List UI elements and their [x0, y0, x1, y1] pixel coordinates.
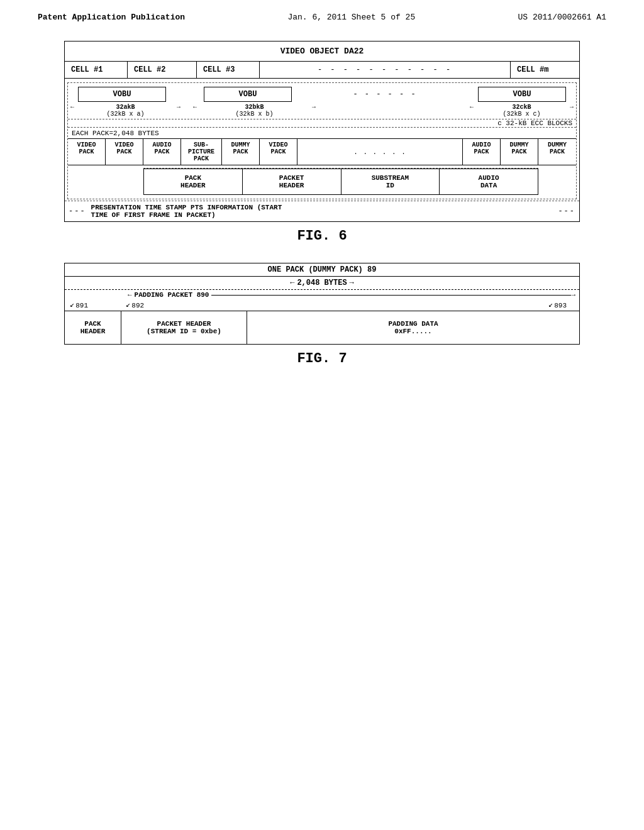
- pack-box-2: VIDEO PACK: [106, 139, 143, 165]
- detail-audio-data: AUDIO DATA: [440, 169, 538, 195]
- fig7-pack-title: ONE PACK (DUMMY PACK) 89: [268, 265, 377, 274]
- cell-dots: - - - - - - - - - - -: [260, 62, 510, 78]
- pack-label: EACH PACK=2,048 BYTES: [68, 129, 576, 138]
- pack-box-9: DUMMY PACK: [538, 139, 576, 165]
- fig7-pack-header: PACK HEADER: [65, 311, 121, 344]
- ecc-label: c 32-kB ECC BLOCKS: [68, 119, 576, 127]
- fig7-title: ONE PACK (DUMMY PACK) 89: [65, 263, 579, 276]
- pack-box-3: AUDIO PACK: [143, 139, 181, 165]
- detail-substream-id: SUBSTREAM ID: [341, 169, 440, 195]
- fig7-ref-row: ↙ 891 ↙ 892 ↙ 893: [65, 300, 579, 311]
- fig7-ref893: 893: [554, 302, 567, 309]
- size1-top: 32akB: [74, 104, 177, 111]
- cell-3: CELL #3: [197, 62, 260, 78]
- header-date-sheet: Jan. 6, 2011 Sheet 5 of 25: [287, 13, 415, 22]
- pts-line1: PRESENTATION TIME STAMP PTS INFORMATION …: [91, 204, 553, 211]
- detail-section: PACK HEADER PACKET HEADER SUBSTREAM ID A…: [143, 168, 538, 195]
- pts-line2: TIME OF FIRST FRAME IN PACKET): [91, 211, 553, 219]
- pts-dashes-left: ---: [69, 207, 86, 216]
- pts-text: PRESENTATION TIME STAMP PTS INFORMATION …: [91, 204, 553, 219]
- size-row: ← 32akB → (32kB x a) ← 32bkB → (32kB x b…: [68, 103, 576, 119]
- fig7-ref892: 892: [131, 302, 144, 309]
- fig7-padding-label: PADDING PACKET 890: [135, 291, 209, 299]
- size3-bot: (32kB x c): [470, 111, 574, 118]
- fig7-outer: ONE PACK (DUMMY PACK) 89 ← 2,048 BYTES →…: [64, 263, 580, 345]
- pack-box-6: VIDEO PACK: [260, 139, 297, 165]
- fig7-bytes-row: ← 2,048 BYTES →: [65, 276, 579, 289]
- page-header: Patent Application Publication Jan. 6, 2…: [38, 13, 606, 22]
- detail-pack-header: PACK HEADER: [143, 169, 243, 195]
- fig7-padding-row: ← PADDING PACKET 890 →: [65, 289, 579, 300]
- pack-box-7: AUDIO PACK: [463, 139, 501, 165]
- fig7-diagram: ONE PACK (DUMMY PACK) 89 ← 2,048 BYTES →…: [38, 263, 606, 367]
- cell-1: CELL #1: [65, 62, 128, 78]
- fig7-pack-container: ONE PACK (DUMMY PACK) 89 ← 2,048 BYTES →…: [64, 263, 580, 345]
- vobu-1: VOBU: [78, 87, 166, 102]
- header-publication: Patent Application Publication: [38, 13, 185, 22]
- cell-m: CELL #m: [510, 62, 579, 78]
- pack-box-4: SUB- PICTURE PACK: [181, 139, 222, 165]
- vobu-2: VOBU: [204, 87, 292, 102]
- pack-section: EACH PACK=2,048 BYTES VIDEO PACK VIDEO P…: [68, 127, 576, 165]
- fig7-padding-data: PADDING DATA 0xFF.....: [247, 311, 579, 344]
- fig7-content-row: PACK HEADER PACKET HEADER (STREAM ID = 0…: [65, 311, 579, 344]
- fig6-label: FIG. 6: [38, 228, 606, 244]
- pack-box-8: DUMMY PACK: [501, 139, 538, 165]
- pack-boxes-row: VIDEO PACK VIDEO PACK AUDIO PACK SUB- PI…: [68, 138, 576, 165]
- vobu-label-row: VOBU VOBU - - - - - - VOBU: [68, 86, 576, 103]
- fig7-label: FIG. 7: [38, 351, 606, 367]
- vod-title: VIDEO OBJECT DA22: [65, 42, 579, 62]
- size1-bot: (32kB x a): [70, 111, 180, 118]
- fig7-ref891: 891: [75, 302, 88, 309]
- vobu-section: VOBU VOBU - - - - - - VOBU ← 32akB → (32…: [67, 82, 577, 199]
- fig7-packet-header: PACKET HEADER (STREAM ID = 0xbe): [121, 311, 247, 344]
- size2-bot: (32kB x b): [193, 111, 316, 118]
- fig6-container: VIDEO OBJECT DA22 CELL #1 CELL #2 CELL #…: [64, 41, 580, 222]
- detail-row: PACK HEADER PACKET HEADER SUBSTREAM ID A…: [143, 169, 538, 195]
- size3-top: 32ckB: [474, 104, 570, 111]
- pack-box-1: VIDEO PACK: [68, 139, 106, 165]
- vobu-3: VOBU: [478, 87, 566, 102]
- pts-section: --- PRESENTATION TIME STAMP PTS INFORMAT…: [65, 201, 579, 221]
- pts-row: --- PRESENTATION TIME STAMP PTS INFORMAT…: [69, 204, 575, 219]
- detail-packet-header: PACKET HEADER: [243, 169, 341, 195]
- cell-2: CELL #2: [128, 62, 197, 78]
- size2-top: 32bkB: [197, 104, 312, 111]
- pts-dashes-right: ---: [558, 207, 575, 216]
- pack-box-5: DUMMY PACK: [222, 139, 260, 165]
- cell-row: CELL #1 CELL #2 CELL #3 - - - - - - - - …: [65, 62, 579, 79]
- fig7-bytes: 2,048 BYTES: [297, 279, 347, 287]
- pack-dots: . . . . . .: [297, 139, 463, 165]
- fig6-diagram: VIDEO OBJECT DA22 CELL #1 CELL #2 CELL #…: [38, 41, 606, 244]
- vobu-dots: - - - - - -: [292, 90, 478, 99]
- header-patent-number: US 2011/0002661 A1: [518, 13, 606, 22]
